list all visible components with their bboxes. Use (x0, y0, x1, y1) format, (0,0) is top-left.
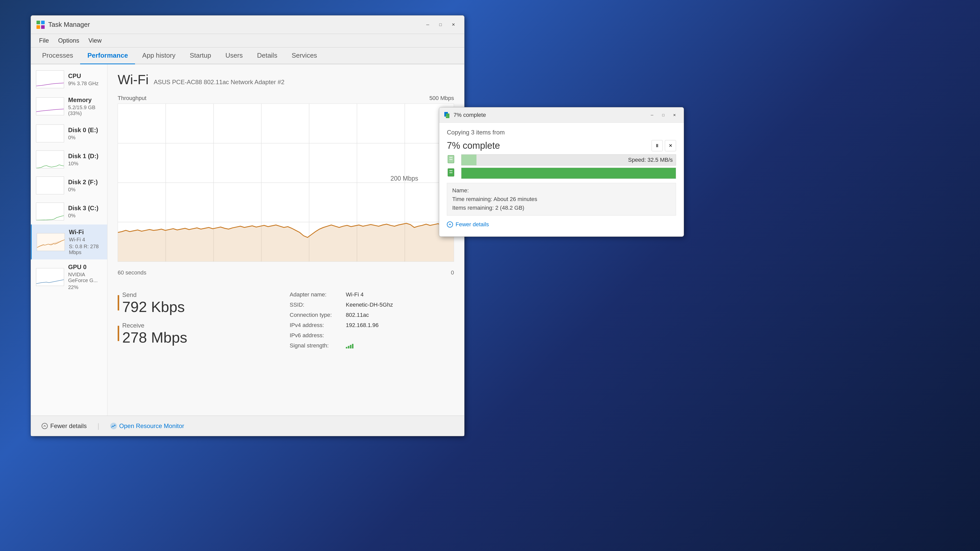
receive-value: 278 Mbps (122, 330, 187, 345)
open-resource-monitor-button[interactable]: Open Resource Monitor (107, 421, 187, 432)
disk1-thumbnail (36, 151, 64, 168)
chart-throughput-label: Throughput (118, 95, 146, 102)
svg-text:→: → (445, 115, 448, 118)
chart-bottom-labels: 60 seconds 0 (118, 269, 454, 276)
progress-fill-2 (461, 168, 676, 179)
ipv4-label: IPv4 address: (290, 322, 341, 329)
wifi-thumbnail (37, 233, 65, 251)
chart-header: Throughput 500 Mbps (118, 95, 454, 102)
taskmanager-icon (36, 20, 45, 29)
bottom-bar: Fewer details | Open Resource Monitor (31, 416, 464, 436)
signal-strength-label: Signal strength: (290, 342, 341, 350)
menu-options[interactable]: Options (54, 35, 83, 46)
adapter-name-row: Adapter name: Wi-Fi 4 (290, 291, 454, 298)
wifi-header: Wi-Fi ASUS PCE-AC88 802.11ac Network Ada… (118, 72, 454, 87)
menu-view[interactable]: View (84, 35, 106, 46)
sidebar-item-cpu[interactable]: CPU 9% 3.78 GHz (31, 66, 107, 92)
copy-dialog-body: Copying 3 items from 7% complete ⏸ ✕ (439, 123, 684, 237)
items-remaining-value: Items remaining: 2 (48.2 GB) (452, 205, 524, 211)
svg-rect-6 (36, 125, 64, 142)
progress-row-1: Speed: 32.5 MB/s (447, 154, 676, 165)
send-indicator: Send 792 Kbps (118, 291, 282, 314)
connection-type-label: Connection type: (290, 312, 341, 318)
receive-info: Receive 278 Mbps (122, 322, 187, 345)
title-bar-controls: ─ □ ✕ (422, 21, 459, 29)
tab-performance[interactable]: Performance (80, 48, 135, 64)
memory-info: Memory 5.2/15.9 GB (33%) (68, 97, 102, 116)
menu-bar: File Options View (31, 34, 464, 48)
svg-rect-8 (36, 177, 64, 194)
receive-group: Receive 278 Mbps (118, 322, 282, 345)
copy-playback-controls: ⏸ ✕ (652, 140, 676, 151)
disk2-name: Disk 2 (F:) (68, 179, 102, 186)
sidebar-item-disk1[interactable]: Disk 1 (D:) 10% (31, 146, 107, 172)
close-button[interactable]: ✕ (447, 21, 459, 29)
gpu0-thumbnail (36, 268, 64, 286)
sidebar-item-disk3[interactable]: Disk 3 (C:) 0% (31, 198, 107, 224)
ssid-row: SSID: Keenetic-DH-5Ghz (290, 302, 454, 308)
maximize-button[interactable]: □ (434, 21, 446, 29)
copy-dialog-icon: → (443, 111, 450, 119)
disk2-sub: 0% (68, 187, 102, 192)
disk3-thumbnail (36, 203, 64, 221)
disk0-name: Disk 0 (E:) (68, 127, 102, 134)
gpu0-name: GPU 0 (68, 264, 102, 271)
cpu-sub: 9% 3.78 GHz (68, 81, 102, 86)
fewer-details-button[interactable]: Fewer details (38, 421, 90, 432)
sidebar-item-disk2[interactable]: Disk 2 (F:) 0% (31, 172, 107, 198)
copy-dialog: → 7% complete ─ □ ✕ Copying 3 items from… (439, 107, 684, 237)
sidebar-item-memory[interactable]: Memory 5.2/15.9 GB (33%) (31, 92, 107, 121)
sidebar-item-gpu0[interactable]: GPU 0 NVIDIA GeForce G... 22% (31, 259, 107, 294)
connection-type-row: Connection type: 802.11ac (290, 312, 454, 318)
copy-minimize-button[interactable]: ─ (647, 111, 657, 119)
svg-rect-2 (37, 25, 40, 29)
connection-type-value: 802.11ac (346, 312, 369, 318)
name-label: Name: (452, 187, 469, 194)
sidebar-item-wifi[interactable]: Wi-Fi Wi-Fi 4 S: 0.8 R: 278 Mbps (31, 224, 107, 259)
tab-apphistory[interactable]: App history (135, 48, 183, 64)
disk3-name: Disk 3 (C:) (68, 205, 102, 212)
progress-bars: Speed: 32.5 MB/s (447, 154, 676, 179)
receive-indicator: Receive 278 Mbps (118, 322, 282, 345)
wifi-name: Wi-Fi (69, 229, 102, 236)
ipv6-label: IPv6 address: (290, 332, 341, 339)
send-value: 792 Kbps (122, 300, 185, 314)
tab-processes[interactable]: Processes (35, 48, 80, 64)
wifi-adapter-subtitle: ASUS PCE-AC88 802.11ac Network Adapter #… (154, 79, 284, 86)
copy-close-button[interactable]: ✕ (670, 111, 679, 119)
gpu0-sub1: NVIDIA GeForce G... (68, 272, 102, 283)
signal-strength-value (346, 342, 353, 350)
disk0-thumbnail (36, 124, 64, 142)
sidebar-item-disk0[interactable]: Disk 0 (E:) 0% (31, 121, 107, 146)
svg-rect-10 (37, 233, 65, 251)
copy-maximize-button[interactable]: □ (658, 111, 668, 119)
cpu-thumbnail (36, 70, 64, 88)
menu-file[interactable]: File (35, 35, 53, 46)
disk3-sub: 0% (68, 213, 102, 219)
svg-rect-1 (41, 21, 45, 24)
tab-users[interactable]: Users (218, 48, 250, 64)
disk1-name: Disk 1 (D:) (68, 152, 102, 160)
copy-fewer-details-button[interactable]: Fewer details (447, 219, 489, 230)
copy-pause-button[interactable]: ⏸ (652, 140, 663, 151)
memory-sub: 5.2/15.9 GB (33%) (68, 105, 102, 116)
minimize-button[interactable]: ─ (422, 21, 434, 29)
gpu0-info: GPU 0 NVIDIA GeForce G... 22% (68, 264, 102, 290)
title-bar: Task Manager ─ □ ✕ (31, 16, 464, 34)
progress-file-icon-1 (447, 154, 458, 165)
chevron-up-small-icon (447, 221, 453, 227)
tab-startup[interactable]: Startup (183, 48, 218, 64)
sidebar: CPU 9% 3.78 GHz Memory 5.2/15.9 GB (33%) (31, 64, 107, 416)
memory-name: Memory (68, 97, 102, 103)
copy-cancel-button[interactable]: ✕ (665, 140, 676, 151)
copy-dialog-title-bar: → 7% complete ─ □ ✕ (439, 107, 684, 123)
svg-rect-28 (449, 157, 452, 158)
tab-services[interactable]: Services (285, 48, 325, 64)
copy-details-section: Name: Time remaining: About 26 minutes I… (447, 183, 676, 216)
tab-details[interactable]: Details (250, 48, 284, 64)
stats-section: Send 792 Kbps Receive (118, 291, 454, 350)
send-label: Send (122, 291, 185, 299)
main-content: Wi-Fi ASUS PCE-AC88 802.11ac Network Ada… (107, 64, 464, 416)
svg-point-23 (110, 423, 117, 429)
title-bar-left: Task Manager (36, 20, 90, 29)
